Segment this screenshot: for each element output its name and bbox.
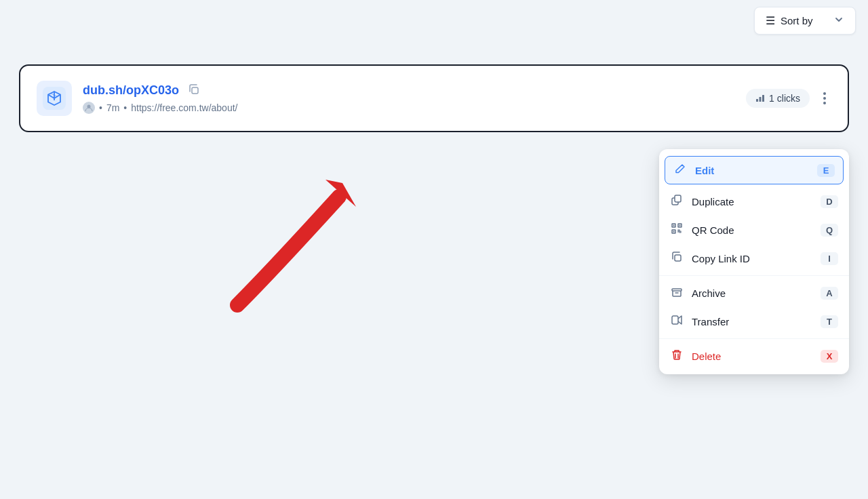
svg-rect-4 [760,97,762,102]
link-card-left: dub.sh/opXC03o • 7m • https://free.com.t… [37,81,237,116]
menu-item-archive-left: Archive [670,286,726,300]
duplicate-shortcut: D [821,195,838,208]
copy-link-id-shortcut: I [821,252,838,265]
menu-item-transfer[interactable]: Transfer T [659,307,849,336]
delete-shortcut: X [821,350,838,363]
archive-shortcut: A [821,287,838,300]
sort-by-button[interactable]: ☰ Sort by [754,7,856,35]
sort-by-label: Sort by [781,15,813,26]
chevron-down-icon [833,14,844,27]
clicks-count: 1 clicks [769,93,800,104]
more-options-button[interactable] [818,89,831,107]
svg-rect-12 [675,195,681,202]
svg-rect-20 [672,289,682,291]
transfer-shortcut: T [821,315,838,328]
link-meta: • 7m • https://free.com.tw/about/ [83,102,237,114]
svg-rect-16 [673,225,675,226]
bullet-separator-2: • [123,102,127,113]
menu-item-delete-left: Delete [670,349,721,363]
qr-code-label: QR Code [692,224,734,236]
menu-item-edit[interactable]: Edit E [665,156,844,184]
link-card-right: 1 clicks [746,89,831,108]
menu-item-qr-left: QR Code [670,223,734,237]
transfer-icon [670,315,684,328]
archive-label: Archive [692,287,726,299]
duplicate-icon [670,195,684,208]
duplicate-label: Duplicate [692,196,734,207]
link-avatar [37,81,72,116]
svg-rect-21 [672,316,678,324]
menu-item-duplicate[interactable]: Duplicate D [659,187,849,216]
menu-item-duplicate-left: Duplicate [670,195,734,208]
svg-rect-1 [192,87,198,94]
edit-label: Edit [695,165,714,176]
edit-shortcut: E [817,164,835,177]
svg-rect-17 [679,225,681,226]
bar-chart-icon [755,94,765,103]
link-title-row: dub.sh/opXC03o [83,83,237,98]
svg-point-7 [823,97,826,100]
menu-item-delete[interactable]: Delete X [659,342,849,370]
clicks-badge: 1 clicks [746,89,810,108]
sort-icon: ☰ [766,14,775,27]
svg-rect-19 [675,255,681,261]
user-avatar-small [83,102,95,114]
menu-item-archive[interactable]: Archive A [659,279,849,307]
link-info: dub.sh/opXC03o • 7m • https://free.com.t… [83,83,237,114]
link-short-url: dub.sh/opXC03o [83,83,179,98]
trash-icon [670,349,684,363]
pointer-arrow [217,169,393,319]
menu-item-qr-code[interactable]: QR Code Q [659,216,849,244]
qr-shortcut: Q [821,224,838,237]
edit-icon [673,163,687,177]
link-card: dub.sh/opXC03o • 7m • https://free.com.t… [19,64,849,132]
menu-item-copy-link-id[interactable]: Copy Link ID I [659,244,849,273]
qr-code-icon [670,223,684,237]
menu-divider-1 [659,275,849,276]
menu-item-transfer-left: Transfer [670,315,729,328]
copy-url-button[interactable] [186,83,202,98]
svg-rect-18 [673,231,675,233]
svg-rect-3 [756,99,758,102]
delete-label: Delete [692,351,721,362]
bullet-separator: • [99,102,102,113]
archive-icon [670,286,684,300]
menu-divider-2 [659,338,849,339]
svg-rect-5 [762,95,764,102]
svg-point-6 [823,92,826,95]
transfer-label: Transfer [692,316,729,327]
svg-point-8 [823,102,826,104]
copy-link-id-label: Copy Link ID [692,253,750,264]
menu-item-edit-left: Edit [673,163,714,177]
target-url: https://free.com.tw/about/ [131,102,237,113]
time-ago: 7m [106,102,119,113]
copy-link-id-icon [670,252,684,265]
menu-item-copy-left: Copy Link ID [670,252,750,265]
context-menu: Edit E Duplicate D [659,149,849,374]
